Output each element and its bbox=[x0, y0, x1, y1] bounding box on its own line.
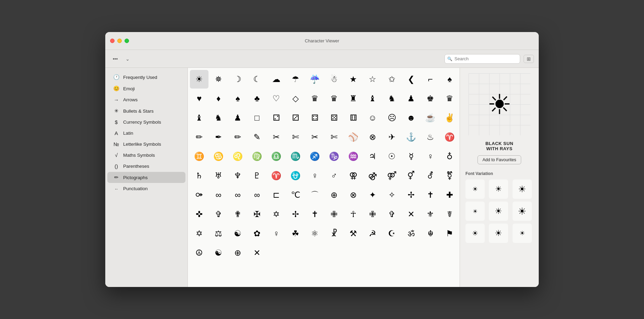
char-cell[interactable]: ◇ bbox=[286, 89, 305, 108]
char-grid-area[interactable]: ☀✵☽☾☁☂☔☃★☆✩❮⌐♠♣♥♦♠♣♡◇♛♛♜♝♞♟♚♛♜♝♞♟□⚁⚂⚃⚄⚅☺… bbox=[188, 68, 460, 287]
char-cell[interactable]: ☧ bbox=[325, 224, 343, 243]
char-cell[interactable]: ⊕ bbox=[228, 244, 247, 262]
char-cell[interactable]: ♀ bbox=[305, 166, 324, 185]
char-cell[interactable]: ☯ bbox=[209, 244, 228, 262]
char-cell[interactable]: ⚄ bbox=[325, 109, 343, 127]
sidebar-item-maths-symbols[interactable]: √ Maths Symbols bbox=[107, 150, 185, 161]
char-cell[interactable]: ⚅ bbox=[344, 109, 363, 127]
char-cell[interactable]: ✩ bbox=[383, 70, 401, 89]
char-cell[interactable]: ⌐ bbox=[421, 70, 440, 89]
char-cell[interactable]: ♀ bbox=[267, 224, 286, 243]
char-cell[interactable]: ℃ bbox=[286, 186, 305, 204]
char-cell[interactable]: ☪ bbox=[383, 224, 401, 243]
char-cell[interactable]: ♝ bbox=[363, 89, 382, 108]
char-cell[interactable]: ☿ bbox=[402, 147, 420, 166]
char-cell[interactable]: ✦ bbox=[363, 186, 382, 204]
char-cell[interactable]: ♚ bbox=[421, 89, 440, 108]
char-cell[interactable]: ♊ bbox=[190, 147, 208, 166]
char-cell[interactable]: ☾ bbox=[248, 70, 266, 89]
char-cell[interactable]: ♆ bbox=[228, 166, 247, 185]
char-cell[interactable]: ✢ bbox=[402, 186, 420, 204]
char-cell[interactable]: ✌ bbox=[440, 109, 459, 127]
char-cell[interactable]: ☆ bbox=[363, 70, 382, 89]
sidebar-item-arrows[interactable]: → Arrows bbox=[107, 94, 185, 105]
char-cell[interactable]: ✏ bbox=[190, 128, 208, 146]
char-cell[interactable]: ⚦ bbox=[421, 166, 440, 185]
char-cell[interactable]: ⌒ bbox=[305, 186, 324, 204]
char-cell[interactable]: ♎ bbox=[267, 147, 286, 166]
char-cell[interactable]: ⊗ bbox=[344, 186, 363, 204]
char-cell[interactable]: ⚥ bbox=[402, 166, 420, 185]
char-cell[interactable]: ✞ bbox=[383, 205, 401, 224]
char-cell[interactable]: ⚤ bbox=[383, 166, 401, 185]
char-cell[interactable]: ⊏ bbox=[267, 186, 286, 204]
char-cell[interactable]: ☤ bbox=[440, 205, 459, 224]
char-cell[interactable]: ☀ bbox=[190, 70, 208, 89]
char-cell[interactable]: ♣ bbox=[248, 89, 266, 108]
char-cell[interactable]: ✵ bbox=[209, 70, 228, 89]
char-cell[interactable]: ♀ bbox=[421, 147, 440, 166]
sidebar-item-currency-symbols[interactable]: $ Currency Symbols bbox=[107, 117, 185, 127]
font-variation-cell[interactable]: ☀ bbox=[465, 179, 485, 199]
char-cell[interactable]: ⚢ bbox=[344, 166, 363, 185]
char-cell[interactable]: ✝ bbox=[421, 186, 440, 204]
char-cell[interactable]: ⚛ bbox=[305, 224, 324, 243]
char-cell[interactable]: ✕ bbox=[248, 244, 266, 262]
char-cell[interactable]: ♄ bbox=[190, 166, 208, 185]
char-cell[interactable]: ॐ bbox=[402, 224, 420, 243]
char-cell[interactable]: ✿ bbox=[248, 224, 266, 243]
maximize-button[interactable] bbox=[125, 39, 129, 43]
font-variation-cell[interactable]: ☀ bbox=[465, 202, 485, 221]
char-cell[interactable]: ✜ bbox=[190, 205, 208, 224]
char-cell[interactable]: ♐ bbox=[305, 147, 324, 166]
char-cell[interactable]: ☬ bbox=[421, 224, 440, 243]
font-variation-cell[interactable]: ☀ bbox=[489, 202, 508, 221]
char-cell[interactable]: ⊗ bbox=[363, 128, 382, 146]
char-cell[interactable]: ☁ bbox=[267, 70, 286, 89]
char-cell[interactable]: ⚩ bbox=[190, 186, 208, 204]
chevron-button[interactable]: ⌄ bbox=[122, 55, 133, 63]
sidebar-item-pictographs[interactable]: ✏ Pictographs bbox=[107, 172, 185, 183]
sidebar-item-letterlike-symbols[interactable]: № Letterlike Symbols bbox=[107, 139, 185, 150]
char-cell[interactable]: ⚾ bbox=[344, 128, 363, 146]
sidebar-item-latin[interactable]: A Latin bbox=[107, 128, 185, 138]
char-cell[interactable]: ♝ bbox=[190, 109, 208, 127]
char-cell[interactable]: ⚧ bbox=[440, 166, 459, 185]
char-cell[interactable]: ♁ bbox=[440, 147, 459, 166]
sidebar-item-parentheses[interactable]: () Parentheses bbox=[107, 161, 185, 172]
char-cell[interactable]: ♒ bbox=[344, 147, 363, 166]
char-cell[interactable]: ⚖ bbox=[209, 224, 228, 243]
char-cell[interactable]: ✚ bbox=[440, 186, 459, 204]
char-cell[interactable]: ⊕ bbox=[325, 186, 343, 204]
char-cell[interactable]: ♛ bbox=[325, 89, 343, 108]
char-cell[interactable]: ☥ bbox=[344, 205, 363, 224]
char-cell[interactable]: ♡ bbox=[267, 89, 286, 108]
char-cell[interactable]: ✡ bbox=[190, 224, 208, 243]
char-cell[interactable]: ✂ bbox=[305, 128, 324, 146]
char-cell[interactable]: ☯ bbox=[228, 224, 247, 243]
char-cell[interactable]: ♠ bbox=[228, 89, 247, 108]
font-variation-cell[interactable]: ☀ bbox=[489, 224, 508, 243]
add-favourites-button[interactable]: Add to Favourites bbox=[477, 155, 522, 164]
char-cell[interactable]: ♂ bbox=[325, 166, 343, 185]
char-cell[interactable]: ☽ bbox=[228, 70, 247, 89]
char-cell[interactable]: □ bbox=[248, 109, 266, 127]
close-button[interactable] bbox=[110, 39, 115, 43]
char-cell[interactable]: ∞ bbox=[209, 186, 228, 204]
sidebar-item-bullets-stars[interactable]: ✳ Bullets & Stars bbox=[107, 105, 185, 116]
char-cell[interactable]: ⚣ bbox=[363, 166, 382, 185]
char-cell[interactable]: ⚒ bbox=[344, 224, 363, 243]
char-cell[interactable]: ♞ bbox=[209, 109, 228, 127]
char-cell[interactable]: ♞ bbox=[383, 89, 401, 108]
char-cell[interactable]: ♜ bbox=[344, 89, 363, 108]
char-cell[interactable]: ✢ bbox=[286, 205, 305, 224]
char-cell[interactable]: ⚃ bbox=[305, 109, 324, 127]
char-cell[interactable]: ♛ bbox=[305, 89, 324, 108]
char-cell[interactable]: ♟ bbox=[228, 109, 247, 127]
char-cell[interactable]: ☃ bbox=[325, 70, 343, 89]
char-cell[interactable]: ✎ bbox=[248, 128, 266, 146]
char-cell[interactable]: ⚜ bbox=[421, 205, 440, 224]
char-cell[interactable]: ✂ bbox=[267, 128, 286, 146]
more-button[interactable]: ••• bbox=[110, 55, 120, 63]
char-cell[interactable]: ✏ bbox=[228, 128, 247, 146]
